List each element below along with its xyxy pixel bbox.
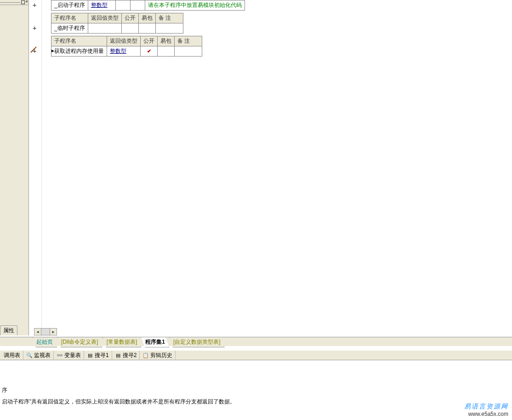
panel-header-line [0, 0, 20, 3]
watermark-url: www.e5a5x.com [464, 411, 508, 417]
tab-search-1[interactable]: ▤搜寻1 [84, 351, 112, 360]
tab-program-set[interactable]: 程序集1 [141, 337, 169, 347]
scroll-left-icon[interactable]: ◄ [34, 328, 41, 335]
public-cell[interactable] [121, 23, 138, 34]
horizontal-scrollbar[interactable]: ◄ ► [34, 328, 57, 335]
maximize-icon[interactable] [21, 0, 25, 4]
clipboard-icon: 📋 [142, 352, 149, 358]
svg-line-1 [35, 47, 36, 48]
return-type-cell[interactable]: 整数型 [88, 0, 115, 11]
col-pkg: 易包 [158, 36, 175, 46]
watermark-cn: 易语言资源网 [464, 403, 508, 411]
log-line: 启动子程序"具有返回值定义，但实际上却没有返回数据或者并不是所有程序分支都返回了… [2, 398, 510, 406]
tab-clip-history[interactable]: 📋剪辑历史 [140, 351, 176, 360]
tab-watch-table[interactable]: 🔍监视表 [23, 351, 54, 360]
svg-line-0 [31, 48, 35, 52]
tab-label: 调用表 [4, 352, 20, 359]
sub-name-cell[interactable]: _临时子程序 [51, 23, 88, 34]
col-return-type: 返回值类型 [88, 13, 121, 23]
tab-dll-defs[interactable]: [Dll命令定义表] [57, 337, 102, 347]
left-side-panel: × 属性 [0, 0, 29, 335]
sub-name-cell[interactable]: _启动子程序 [51, 0, 88, 11]
scroll-track[interactable] [41, 328, 50, 335]
tab-label: 变量表 [64, 352, 81, 359]
tab-search-2[interactable]: ▤搜寻2 [112, 351, 140, 360]
tab-var-table[interactable]: 👓变量表 [54, 351, 84, 360]
property-tab[interactable]: 属性 [0, 325, 17, 335]
list-icon: ▤ [87, 352, 93, 358]
public-cell[interactable] [115, 0, 130, 11]
magnifier-icon: 🔍 [26, 352, 33, 358]
pkg-cell[interactable] [138, 23, 155, 34]
text-cursor-icon: ▸ [51, 47, 54, 54]
log-line: 序 [2, 386, 510, 394]
close-icon[interactable]: × [25, 0, 28, 4]
col-return-type: 返回值类型 [107, 36, 141, 46]
tab-start-page[interactable]: 起始页 [32, 337, 57, 347]
remark-cell[interactable] [175, 46, 202, 57]
sub-name-text: 获取进程内存使用量 [54, 48, 104, 54]
col-pkg: 易包 [138, 13, 155, 23]
return-type-cell[interactable] [88, 23, 121, 34]
subroutine-table-3: 子程序名 返回值类型 公开 易包 备 注 ▸获取进程内存使用量 整数型 ✔ [51, 36, 202, 57]
tab-custom-types[interactable]: [自定义数据类型表] [169, 337, 225, 347]
pkg-cell[interactable] [158, 46, 175, 57]
tab-label: 搜寻2 [123, 352, 137, 359]
editor-tabs: 起始页 [Dll命令定义表] [常量数据表] 程序集1 [自定义数据类型表] [0, 337, 512, 346]
comment-cell[interactable]: 请在本子程序中放置易模块初始化代码 [145, 0, 245, 11]
expand-icon[interactable]: + [33, 1, 36, 9]
public-checked-cell[interactable]: ✔ [141, 46, 158, 57]
watermark: 易语言资源网 www.e5a5x.com [464, 403, 508, 417]
scroll-right-icon[interactable]: ► [50, 328, 57, 335]
subroutine-table-1: _启动子程序 整数型 请在本子程序中放置易模块初始化代码 [51, 0, 245, 11]
tab-call-table[interactable]: 调用表 [1, 351, 23, 360]
tab-label: 剪辑历史 [150, 352, 172, 359]
list-icon: ▤ [115, 352, 121, 358]
col-sub-name: 子程序名 [51, 13, 88, 23]
tab-label: 搜寻1 [95, 352, 109, 359]
col-public: 公开 [141, 36, 158, 46]
col-sub-name: 子程序名 [51, 36, 107, 46]
code-gutter: + + + [29, 0, 42, 335]
code-editor-area[interactable]: _启动子程序 整数型 请在本子程序中放置易模块初始化代码 子程序名 返回值类型 … [42, 0, 512, 335]
col-public: 公开 [121, 13, 138, 23]
col-remark: 备 注 [155, 13, 183, 23]
bottom-tool-tabs: 调用表 🔍监视表 👓变量表 ▤搜寻1 ▤搜寻2 📋剪辑历史 [0, 350, 512, 360]
glasses-icon: 👓 [57, 352, 63, 358]
pkg-cell[interactable] [130, 0, 145, 11]
col-remark: 备 注 [175, 36, 202, 46]
panel-header: × [0, 0, 28, 5]
tab-const-data[interactable]: [常量数据表] [102, 337, 142, 347]
edit-pen-icon [30, 46, 38, 52]
output-log-area[interactable]: 序 启动子程序"具有返回值定义，但实际上却没有返回数据或者并不是所有程序分支都返… [0, 361, 512, 402]
return-type-cell[interactable]: 整数型 [107, 46, 141, 57]
sub-name-cell[interactable]: ▸获取进程内存使用量 [51, 46, 107, 57]
tab-label: 监视表 [34, 352, 51, 359]
subroutine-table-2: 子程序名 返回值类型 公开 易包 备 注 _临时子程序 [51, 13, 183, 34]
remark-cell[interactable] [155, 23, 183, 34]
expand-icon[interactable]: + [33, 24, 36, 32]
